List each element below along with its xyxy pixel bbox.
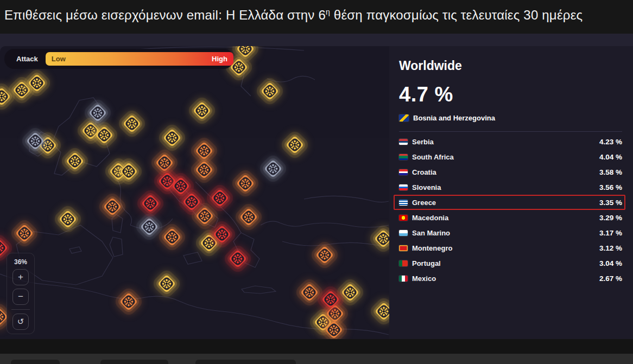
country-value: 4.23 % bbox=[599, 138, 622, 146]
zoom-controls: 36% + − ↺ bbox=[7, 253, 35, 334]
country-name: Croatia bbox=[412, 168, 436, 176]
country-list: Serbia 4.23 % South Africa 4.04 % Croati… bbox=[399, 134, 622, 286]
country-name: Greece bbox=[412, 199, 436, 207]
country-value: 3.12 % bbox=[599, 244, 622, 252]
country-name: Slovenia bbox=[412, 183, 441, 191]
leader-country-name: Bosnia and Herzegovina bbox=[413, 114, 495, 122]
country-row[interactable]: Portugal 3.04 % bbox=[399, 256, 622, 271]
footer-bar bbox=[0, 354, 633, 364]
worldwide-title: Worldwide bbox=[399, 59, 622, 73]
country-flag-icon bbox=[399, 184, 408, 190]
country-flag-icon bbox=[399, 154, 408, 160]
country-value: 3.35 % bbox=[599, 199, 622, 207]
country-flag-icon bbox=[399, 215, 408, 221]
zoom-out-button[interactable]: − bbox=[12, 289, 29, 305]
page-title: Επιθέσεις μέσω εισερχόμενων email: Η Ελλ… bbox=[4, 8, 632, 23]
country-name: Mexico bbox=[412, 274, 436, 283]
country-row[interactable]: Mexico 2.67 % bbox=[399, 271, 622, 286]
footer-chip bbox=[11, 360, 60, 364]
page: Επιθέσεις μέσω εισερχόμενων email: Η Ελλ… bbox=[0, 0, 633, 364]
reset-view-button[interactable]: ↺ bbox=[12, 314, 29, 330]
footer-chip bbox=[195, 360, 296, 364]
country-row[interactable]: Croatia 3.58 % bbox=[399, 164, 622, 180]
country-name: San Marino bbox=[412, 229, 450, 237]
country-flag-icon bbox=[399, 276, 408, 282]
country-value: 3.17 % bbox=[599, 229, 622, 237]
zoom-in-button[interactable]: + bbox=[12, 269, 29, 285]
country-row[interactable]: San Marino 3.17 % bbox=[399, 225, 622, 240]
country-value: 3.58 % bbox=[599, 168, 622, 176]
leader-country-row[interactable]: Bosnia and Herzegovina bbox=[399, 114, 622, 122]
country-name: Portugal bbox=[412, 259, 441, 267]
country-name: Montenegro bbox=[412, 244, 452, 252]
country-flag-icon bbox=[399, 169, 408, 175]
country-flag-icon bbox=[399, 200, 408, 206]
country-value: 3.29 % bbox=[599, 214, 622, 222]
country-flag-icon bbox=[399, 245, 408, 251]
country-value: 4.04 % bbox=[599, 153, 622, 161]
footer-black-strip bbox=[0, 339, 633, 354]
country-value: 2.67 % bbox=[599, 274, 622, 283]
country-row[interactable]: Serbia 4.23 % bbox=[399, 134, 622, 149]
country-row[interactable]: Montenegro 3.12 % bbox=[399, 240, 622, 256]
threat-map-widget: Attack Low High 36% + − ↺ Worldwide 4.7 … bbox=[0, 34, 633, 339]
legend-gradient-bar: Low High bbox=[46, 52, 233, 66]
zoom-divider bbox=[11, 309, 30, 310]
slide-header: Επιθέσεις μέσω εισερχόμενων email: Η Ελλ… bbox=[0, 0, 633, 34]
country-value: 3.56 % bbox=[599, 183, 622, 191]
country-value: 3.04 % bbox=[599, 259, 622, 267]
country-row[interactable]: Greece 3.35 % bbox=[399, 195, 622, 210]
country-row[interactable]: Macedonia 3.29 % bbox=[399, 210, 622, 225]
country-flag-icon bbox=[399, 260, 408, 266]
legend-low-label: Low bbox=[52, 55, 66, 63]
country-row[interactable]: South Africa 4.04 % bbox=[399, 149, 622, 164]
country-flag-icon bbox=[399, 230, 408, 236]
country-name: South Africa bbox=[412, 153, 454, 161]
panel-separator bbox=[399, 131, 622, 132]
worldwide-value: 4.7 % bbox=[399, 83, 622, 106]
leader-country-flag-icon bbox=[399, 114, 409, 122]
stats-panel: Worldwide 4.7 % Bosnia and Herzegovina S… bbox=[389, 46, 633, 339]
threat-map[interactable]: Attack Low High 36% + − ↺ bbox=[0, 46, 389, 339]
attack-legend: Attack Low High bbox=[4, 49, 233, 69]
country-name: Serbia bbox=[412, 138, 434, 146]
country-row[interactable]: Slovenia 3.56 % bbox=[399, 180, 622, 195]
country-flag-icon bbox=[399, 139, 408, 145]
footer-chip bbox=[100, 360, 168, 364]
country-name: Macedonia bbox=[412, 214, 448, 222]
legend-high-label: High bbox=[212, 55, 227, 63]
zoom-level: 36% bbox=[14, 258, 27, 266]
legend-label: Attack bbox=[16, 55, 38, 63]
